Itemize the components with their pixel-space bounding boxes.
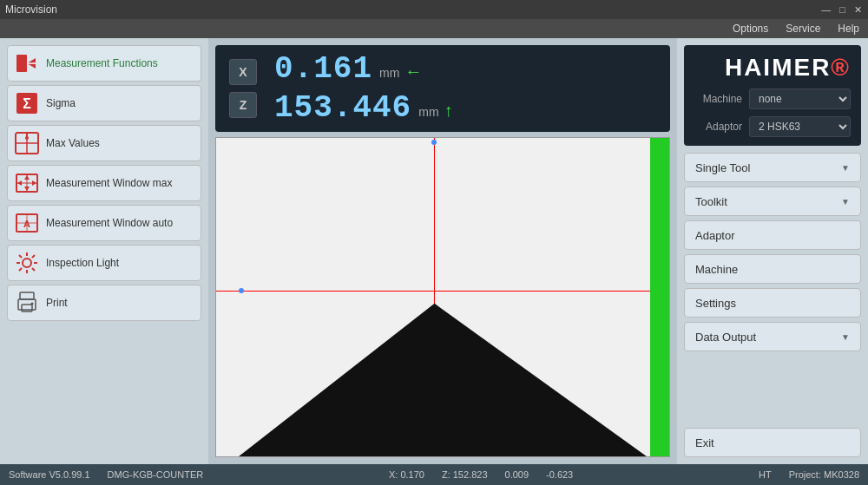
measurement-display: X Z 0.161 mm ← 153.446 mm ↑	[215, 45, 670, 132]
svg-line-29	[19, 268, 22, 271]
machine-btn-label: Machine	[695, 263, 738, 276]
window-controls[interactable]: — □ ✕	[819, 4, 865, 16]
sidebar: Measurement Functions Σ Sigma	[0, 38, 208, 464]
menu-service[interactable]: Service	[786, 23, 820, 35]
settings-label: Settings	[695, 297, 736, 310]
z-coord-status: Z: 152.823	[442, 469, 488, 480]
svg-rect-0	[16, 55, 27, 72]
toolkit-button[interactable]: Toolkit ▼	[684, 187, 861, 216]
settings-button[interactable]: Settings	[684, 288, 861, 318]
machine-button[interactable]: Machine	[684, 254, 861, 284]
svg-line-28	[32, 255, 35, 258]
x-unit: mm	[379, 66, 399, 80]
val1-status: 0.009	[505, 469, 529, 480]
measurement-window-max-icon	[15, 171, 39, 195]
software-version: Software V5.0.99.1	[9, 469, 90, 480]
counter-label: DMG-KGB-COUNTER	[108, 469, 204, 480]
sidebar-item-print-label: Print	[46, 297, 68, 309]
max-values-icon	[15, 131, 39, 155]
sidebar-item-measurement-window-max-label: Measurement Window max	[46, 177, 172, 189]
z-axis-button[interactable]: Z	[229, 92, 257, 118]
sidebar-item-measurement-functions[interactable]: Measurement Functions	[7, 45, 201, 82]
haimer-text: HAIMER	[725, 54, 831, 81]
right-buttons-panel: Single Tool ▼ Toolkit ▼ Adaptor Machine …	[684, 153, 861, 457]
svg-text:Σ: Σ	[23, 96, 31, 111]
right-panel: HAIMER® Machine none Adaptor 2 HSK63 Sin…	[677, 38, 868, 464]
data-output-arrow: ▼	[841, 332, 850, 342]
green-reference-bar	[650, 138, 669, 456]
svg-point-21	[23, 259, 31, 267]
svg-marker-14	[24, 187, 30, 191]
machine-row: Machine none	[694, 88, 851, 109]
adaptor-label: Adaptor	[694, 121, 742, 133]
svg-point-33	[31, 303, 34, 305]
x-axis-button[interactable]: X	[229, 59, 257, 85]
menu-help[interactable]: Help	[838, 23, 859, 35]
measurement-functions-icon	[15, 51, 39, 75]
measurement-point-left	[239, 288, 244, 293]
single-tool-button[interactable]: Single Tool ▼	[684, 153, 861, 182]
statusbar: Software V5.0.99.1 DMG-KGB-COUNTER X: 0.…	[0, 464, 868, 485]
inspection-light-icon	[15, 251, 39, 275]
toolkit-arrow: ▼	[841, 197, 850, 206]
menubar: Options Service Help	[0, 19, 868, 38]
haimer-registered: ®	[831, 54, 851, 81]
measurement-point-top	[431, 140, 437, 145]
main-area: Measurement Functions Σ Sigma	[0, 38, 868, 464]
svg-rect-32	[22, 305, 32, 311]
project-label: Project: MK0328	[789, 469, 859, 480]
sidebar-item-print[interactable]: Print	[7, 285, 201, 321]
adaptor-select[interactable]: 2 HSK63	[749, 116, 851, 137]
svg-line-27	[32, 268, 35, 271]
sidebar-item-max-values-label: Max Values	[46, 137, 100, 149]
machine-select[interactable]: none	[749, 88, 851, 109]
sidebar-item-max-values[interactable]: Max Values	[7, 125, 201, 161]
svg-marker-15	[17, 180, 22, 186]
data-output-button[interactable]: Data Output ▼	[684, 322, 861, 351]
val2-status: -0.623	[546, 469, 573, 480]
sidebar-item-sigma-label: Sigma	[46, 97, 76, 109]
svg-rect-30	[20, 292, 34, 299]
x-coord-status: X: 0.170	[389, 469, 424, 480]
sidebar-item-measurement-window-max[interactable]: Measurement Window max	[7, 165, 201, 201]
exit-button[interactable]: Exit	[684, 428, 861, 457]
single-tool-arrow: ▼	[841, 163, 850, 173]
machine-label: Machine	[694, 93, 742, 105]
data-output-label: Data Output	[695, 331, 756, 344]
x-direction-arrow: ←	[404, 62, 422, 82]
sidebar-item-inspection-light[interactable]: Inspection Light	[7, 245, 201, 281]
sidebar-item-sigma[interactable]: Σ Sigma	[7, 85, 201, 121]
measurement-window-auto-icon: A	[15, 211, 39, 235]
viewport	[215, 137, 670, 457]
x-measurement-row: 0.161 mm ←	[274, 51, 656, 87]
axis-buttons: X Z	[229, 59, 257, 118]
titlebar: Microvision — □ ✕	[0, 0, 868, 19]
center-area: X Z 0.161 mm ← 153.446 mm ↑	[208, 38, 677, 464]
adaptor-btn-label: Adaptor	[695, 229, 735, 242]
z-direction-arrow: ↑	[444, 101, 453, 121]
menu-options[interactable]: Options	[733, 23, 768, 35]
single-tool-label: Single Tool	[695, 161, 750, 174]
adaptor-row: Adaptor 2 HSK63	[694, 116, 851, 137]
maximize-button[interactable]: □	[837, 4, 848, 16]
close-button[interactable]: ✕	[852, 4, 865, 16]
svg-line-26	[19, 255, 22, 258]
sidebar-item-measurement-window-auto[interactable]: A Measurement Window auto	[7, 205, 201, 241]
z-measurement-row: 153.446 mm ↑	[274, 90, 656, 126]
crosshair-horizontal	[216, 291, 669, 292]
adaptor-button[interactable]: Adaptor	[684, 220, 861, 250]
minimize-button[interactable]: —	[819, 4, 833, 16]
svg-marker-13	[24, 175, 30, 180]
ht-label: HT	[759, 469, 772, 480]
sidebar-item-measurement-window-auto-label: Measurement Window auto	[46, 217, 173, 229]
print-icon	[15, 291, 39, 315]
z-unit: mm	[418, 105, 438, 119]
z-value: 153.446	[274, 90, 411, 126]
exit-label: Exit	[695, 436, 714, 449]
haimer-logo: HAIMER®	[694, 54, 851, 82]
sidebar-item-inspection-light-label: Inspection Light	[46, 257, 119, 269]
tool-silhouette	[239, 265, 647, 456]
right-top-panel: HAIMER® Machine none Adaptor 2 HSK63	[684, 45, 861, 146]
toolkit-label: Toolkit	[695, 195, 727, 208]
svg-marker-16	[32, 180, 36, 186]
